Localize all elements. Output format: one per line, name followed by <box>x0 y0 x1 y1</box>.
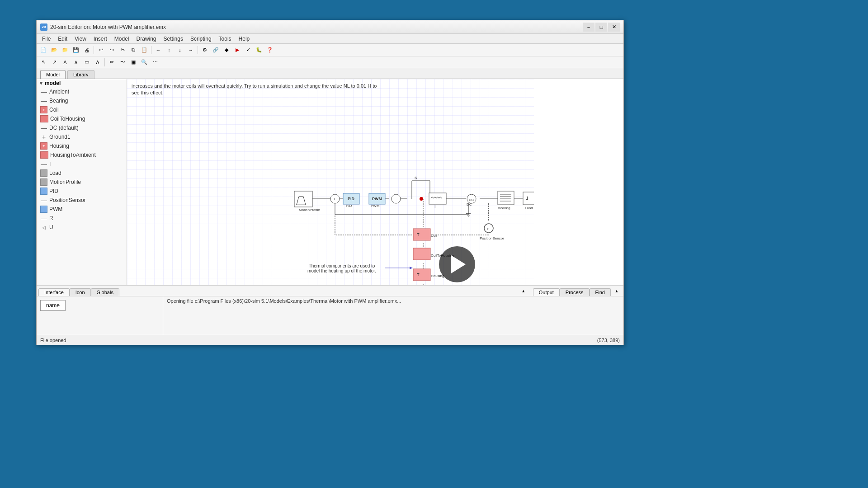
menu-edit[interactable]: Edit <box>54 35 71 43</box>
svg-text:PID: PID <box>346 204 352 208</box>
sidebar-item-u[interactable]: ◁ U <box>37 223 127 232</box>
down-button[interactable]: ↓ <box>175 45 185 55</box>
play-triangle-icon <box>451 255 466 273</box>
canvas-inner: increases and the motor coils will overh… <box>127 79 534 285</box>
check-btn[interactable]: ✓ <box>243 45 253 55</box>
load-label: Load <box>49 170 61 176</box>
back-button[interactable]: ← <box>153 45 163 55</box>
menu-model[interactable]: Model <box>111 35 133 43</box>
sidebar-item-ground1[interactable]: + Ground1 <box>37 132 127 141</box>
tab-icon[interactable]: Icon <box>70 288 91 296</box>
sidebar-item-bearing[interactable]: — Bearing <box>37 96 127 105</box>
menu-scripting[interactable]: Scripting <box>187 35 215 43</box>
select-btn[interactable]: ↖ <box>38 57 48 67</box>
sidebar-root[interactable]: ▼ model <box>37 79 127 87</box>
settings-btn[interactable]: ⚙ <box>200 45 210 55</box>
tab-collapse-btn[interactable]: ▲ <box>519 286 528 296</box>
close-button[interactable]: ✕ <box>608 23 620 32</box>
bearing-label: Bearing <box>49 98 68 104</box>
sidebar-item-housing[interactable]: T Housing <box>37 141 127 150</box>
coil-icon: T <box>40 106 47 113</box>
menu-drawing[interactable]: Drawing <box>133 35 160 43</box>
svg-text:J: J <box>526 196 528 201</box>
minimize-button[interactable]: − <box>583 23 594 32</box>
toolbar-secondary: ↖ ↗ Λ ∧ ▭ A ✏ 〜 ▣ 🔍 ⋯ <box>37 56 623 68</box>
ambient-icon: — <box>40 88 47 95</box>
tab-globals[interactable]: Globals <box>91 288 119 296</box>
pencil-btn[interactable]: ✏ <box>107 57 117 67</box>
ambient-label: Ambient <box>49 89 69 95</box>
menu-insert[interactable]: Insert <box>90 35 111 43</box>
canvas-area[interactable]: increases and the motor coils will overh… <box>127 79 623 285</box>
housingtoambient-label: HousingToAmbient <box>50 152 96 158</box>
tab-interface[interactable]: Interface <box>38 288 70 296</box>
connect-btn[interactable]: 🔗 <box>211 45 221 55</box>
sidebar-item-i[interactable]: — I <box>37 160 127 169</box>
main-content-area: ▼ model — Ambient — Bearing T Coil CoilT… <box>37 79 623 285</box>
svg-rect-38 <box>429 193 446 204</box>
sidebar-item-load[interactable]: Load <box>37 169 127 178</box>
tab-library[interactable]: Library <box>67 70 94 79</box>
svg-rect-61 <box>413 248 430 260</box>
sidebar-item-coiltohousing[interactable]: CoilToHousing <box>37 114 127 123</box>
sidebar-item-r[interactable]: — R <box>37 214 127 223</box>
svg-text:PWM: PWM <box>372 197 382 201</box>
redo-button[interactable]: ↪ <box>107 45 117 55</box>
sidebar-item-pid[interactable]: PID <box>37 187 127 196</box>
svg-rect-63 <box>413 269 430 281</box>
copy-button[interactable]: ⧉ <box>128 45 138 55</box>
run-btn[interactable]: ▶ <box>232 45 242 55</box>
rect-btn[interactable]: ▭ <box>82 57 92 67</box>
coiltohousing-label: CoilToHousing <box>50 116 85 122</box>
wedge-btn[interactable]: ∧ <box>71 57 81 67</box>
menu-tools[interactable]: Tools <box>215 35 235 43</box>
tab-process[interactable]: Process <box>560 288 590 296</box>
pointer-btn[interactable]: ↗ <box>49 57 59 67</box>
help-btn[interactable]: ❓ <box>265 45 275 55</box>
r-icon: — <box>40 215 47 222</box>
sidebar-item-coil[interactable]: T Coil <box>37 105 127 114</box>
menu-help[interactable]: Help <box>235 35 254 43</box>
sidebar-item-motionprofile[interactable]: MotionProfile <box>37 178 127 187</box>
sidebar: ▼ model — Ambient — Bearing T Coil CoilT… <box>37 79 127 285</box>
menu-file[interactable]: File <box>38 35 54 43</box>
zoom-btn[interactable]: 🔍 <box>139 57 149 67</box>
bottom-content: name Opening file c:\Program Files (x86)… <box>37 296 623 335</box>
name-button[interactable]: name <box>40 300 66 311</box>
more-btn[interactable]: ⋯ <box>150 57 160 67</box>
sidebar-item-pwm[interactable]: PWM <box>37 205 127 214</box>
new-button[interactable]: 📄 <box>38 45 48 55</box>
shape-btn[interactable]: ◆ <box>222 45 231 55</box>
print-button[interactable]: 🖨 <box>82 45 92 55</box>
up-button[interactable]: ↑ <box>164 45 174 55</box>
text-btn[interactable]: A <box>93 57 103 67</box>
save-button[interactable]: 💾 <box>71 45 81 55</box>
output-collapse-btn[interactable]: ▲ <box>612 286 622 296</box>
cut-button[interactable]: ✂ <box>118 45 127 55</box>
lambda-btn[interactable]: Λ <box>60 57 70 67</box>
menu-settings[interactable]: Settings <box>160 35 187 43</box>
tab-model[interactable]: Model <box>40 70 66 79</box>
sidebar-item-dc[interactable]: — DC (default) <box>37 123 127 132</box>
sidebar-item-ambient[interactable]: — Ambient <box>37 87 127 96</box>
coil-label: Coil <box>49 107 59 113</box>
wave-btn[interactable]: 〜 <box>118 57 127 67</box>
separator-3 <box>198 46 198 54</box>
undo-button[interactable]: ↩ <box>96 45 106 55</box>
menu-view[interactable]: View <box>71 35 90 43</box>
sidebar-item-housingtoambient[interactable]: HousingToAmbient <box>37 150 127 160</box>
open-button[interactable]: 📂 <box>49 45 59 55</box>
maximize-button[interactable]: □ <box>595 23 607 32</box>
play-button[interactable] <box>439 246 475 282</box>
paste-button[interactable]: 📋 <box>139 45 149 55</box>
open-folder-button[interactable]: 📁 <box>60 45 70 55</box>
status-left: File opened <box>40 338 66 343</box>
tab-output[interactable]: Output <box>533 288 560 296</box>
forward-button[interactable]: → <box>186 45 196 55</box>
tab-find[interactable]: Find <box>590 288 611 296</box>
svg-text:P: P <box>487 227 489 231</box>
sidebar-item-positionsensor[interactable]: — PositionSensor <box>37 196 127 205</box>
debug-btn[interactable]: 🐛 <box>254 45 264 55</box>
svg-text:PID: PID <box>348 197 355 201</box>
fill-btn[interactable]: ▣ <box>128 57 138 67</box>
